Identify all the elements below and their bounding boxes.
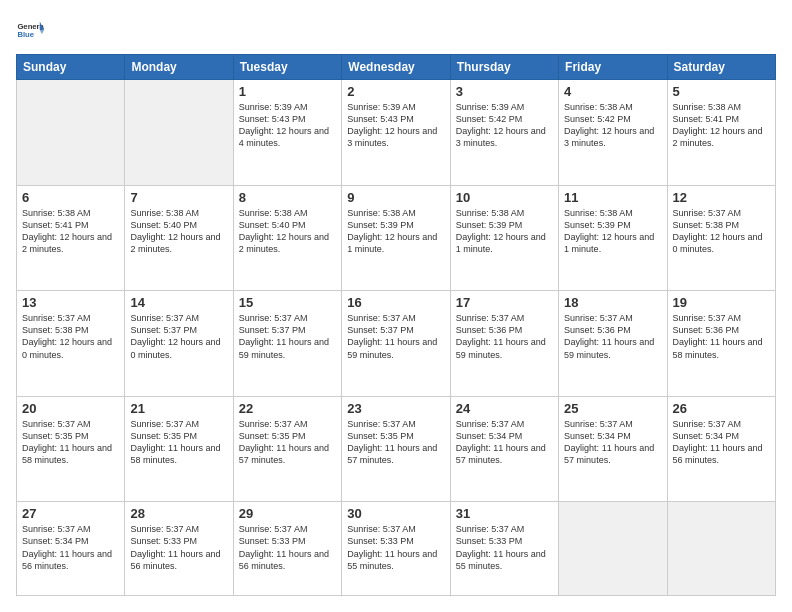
day-info: Sunrise: 5:37 AM Sunset: 5:35 PM Dayligh… xyxy=(347,418,444,467)
day-number: 20 xyxy=(22,401,119,416)
day-info: Sunrise: 5:37 AM Sunset: 5:35 PM Dayligh… xyxy=(239,418,336,467)
day-info: Sunrise: 5:37 AM Sunset: 5:33 PM Dayligh… xyxy=(347,523,444,572)
day-info: Sunrise: 5:37 AM Sunset: 5:33 PM Dayligh… xyxy=(130,523,227,572)
day-number: 13 xyxy=(22,295,119,310)
calendar-day-cell: 8Sunrise: 5:38 AM Sunset: 5:40 PM Daylig… xyxy=(233,185,341,291)
calendar-day-cell: 13Sunrise: 5:37 AM Sunset: 5:38 PM Dayli… xyxy=(17,291,125,397)
logo-icon: General Blue xyxy=(16,16,44,44)
calendar-day-cell: 2Sunrise: 5:39 AM Sunset: 5:43 PM Daylig… xyxy=(342,80,450,186)
day-info: Sunrise: 5:37 AM Sunset: 5:33 PM Dayligh… xyxy=(239,523,336,572)
day-number: 30 xyxy=(347,506,444,521)
calendar-day-cell: 24Sunrise: 5:37 AM Sunset: 5:34 PM Dayli… xyxy=(450,396,558,502)
day-number: 11 xyxy=(564,190,661,205)
calendar-day-cell: 25Sunrise: 5:37 AM Sunset: 5:34 PM Dayli… xyxy=(559,396,667,502)
day-info: Sunrise: 5:37 AM Sunset: 5:36 PM Dayligh… xyxy=(673,312,770,361)
calendar-table: SundayMondayTuesdayWednesdayThursdayFrid… xyxy=(16,54,776,596)
calendar-day-cell xyxy=(17,80,125,186)
calendar-day-cell: 29Sunrise: 5:37 AM Sunset: 5:33 PM Dayli… xyxy=(233,502,341,596)
calendar-day-cell xyxy=(125,80,233,186)
weekday-header: Thursday xyxy=(450,55,558,80)
day-number: 21 xyxy=(130,401,227,416)
day-info: Sunrise: 5:37 AM Sunset: 5:38 PM Dayligh… xyxy=(673,207,770,256)
day-info: Sunrise: 5:38 AM Sunset: 5:39 PM Dayligh… xyxy=(347,207,444,256)
day-info: Sunrise: 5:38 AM Sunset: 5:42 PM Dayligh… xyxy=(564,101,661,150)
day-number: 27 xyxy=(22,506,119,521)
day-info: Sunrise: 5:37 AM Sunset: 5:37 PM Dayligh… xyxy=(130,312,227,361)
logo: General Blue xyxy=(16,16,44,44)
day-number: 5 xyxy=(673,84,770,99)
day-info: Sunrise: 5:37 AM Sunset: 5:36 PM Dayligh… xyxy=(456,312,553,361)
day-number: 10 xyxy=(456,190,553,205)
day-info: Sunrise: 5:38 AM Sunset: 5:39 PM Dayligh… xyxy=(456,207,553,256)
day-info: Sunrise: 5:37 AM Sunset: 5:36 PM Dayligh… xyxy=(564,312,661,361)
day-number: 8 xyxy=(239,190,336,205)
weekday-header: Wednesday xyxy=(342,55,450,80)
day-info: Sunrise: 5:37 AM Sunset: 5:33 PM Dayligh… xyxy=(456,523,553,572)
calendar-day-cell: 1Sunrise: 5:39 AM Sunset: 5:43 PM Daylig… xyxy=(233,80,341,186)
calendar-week-row: 13Sunrise: 5:37 AM Sunset: 5:38 PM Dayli… xyxy=(17,291,776,397)
day-info: Sunrise: 5:37 AM Sunset: 5:35 PM Dayligh… xyxy=(130,418,227,467)
day-info: Sunrise: 5:39 AM Sunset: 5:42 PM Dayligh… xyxy=(456,101,553,150)
calendar-day-cell: 22Sunrise: 5:37 AM Sunset: 5:35 PM Dayli… xyxy=(233,396,341,502)
calendar-day-cell: 3Sunrise: 5:39 AM Sunset: 5:42 PM Daylig… xyxy=(450,80,558,186)
svg-text:Blue: Blue xyxy=(17,30,34,39)
day-info: Sunrise: 5:37 AM Sunset: 5:35 PM Dayligh… xyxy=(22,418,119,467)
day-number: 29 xyxy=(239,506,336,521)
calendar-day-cell: 26Sunrise: 5:37 AM Sunset: 5:34 PM Dayli… xyxy=(667,396,775,502)
calendar-day-cell: 9Sunrise: 5:38 AM Sunset: 5:39 PM Daylig… xyxy=(342,185,450,291)
calendar-week-row: 6Sunrise: 5:38 AM Sunset: 5:41 PM Daylig… xyxy=(17,185,776,291)
day-number: 15 xyxy=(239,295,336,310)
calendar-week-row: 27Sunrise: 5:37 AM Sunset: 5:34 PM Dayli… xyxy=(17,502,776,596)
day-number: 9 xyxy=(347,190,444,205)
day-info: Sunrise: 5:37 AM Sunset: 5:34 PM Dayligh… xyxy=(22,523,119,572)
calendar-day-cell: 6Sunrise: 5:38 AM Sunset: 5:41 PM Daylig… xyxy=(17,185,125,291)
calendar-day-cell: 18Sunrise: 5:37 AM Sunset: 5:36 PM Dayli… xyxy=(559,291,667,397)
day-info: Sunrise: 5:37 AM Sunset: 5:34 PM Dayligh… xyxy=(564,418,661,467)
day-number: 31 xyxy=(456,506,553,521)
day-number: 1 xyxy=(239,84,336,99)
calendar-day-cell: 10Sunrise: 5:38 AM Sunset: 5:39 PM Dayli… xyxy=(450,185,558,291)
weekday-header: Friday xyxy=(559,55,667,80)
day-info: Sunrise: 5:38 AM Sunset: 5:41 PM Dayligh… xyxy=(673,101,770,150)
day-info: Sunrise: 5:39 AM Sunset: 5:43 PM Dayligh… xyxy=(347,101,444,150)
calendar-day-cell: 27Sunrise: 5:37 AM Sunset: 5:34 PM Dayli… xyxy=(17,502,125,596)
day-number: 3 xyxy=(456,84,553,99)
day-number: 23 xyxy=(347,401,444,416)
day-number: 4 xyxy=(564,84,661,99)
day-number: 22 xyxy=(239,401,336,416)
day-number: 25 xyxy=(564,401,661,416)
day-number: 17 xyxy=(456,295,553,310)
day-number: 16 xyxy=(347,295,444,310)
calendar-day-cell: 19Sunrise: 5:37 AM Sunset: 5:36 PM Dayli… xyxy=(667,291,775,397)
day-info: Sunrise: 5:37 AM Sunset: 5:37 PM Dayligh… xyxy=(347,312,444,361)
day-number: 24 xyxy=(456,401,553,416)
calendar-header-row: SundayMondayTuesdayWednesdayThursdayFrid… xyxy=(17,55,776,80)
day-info: Sunrise: 5:37 AM Sunset: 5:37 PM Dayligh… xyxy=(239,312,336,361)
header: General Blue xyxy=(16,16,776,44)
calendar-day-cell: 16Sunrise: 5:37 AM Sunset: 5:37 PM Dayli… xyxy=(342,291,450,397)
day-info: Sunrise: 5:38 AM Sunset: 5:40 PM Dayligh… xyxy=(130,207,227,256)
day-number: 12 xyxy=(673,190,770,205)
day-info: Sunrise: 5:37 AM Sunset: 5:34 PM Dayligh… xyxy=(673,418,770,467)
weekday-header: Saturday xyxy=(667,55,775,80)
calendar-week-row: 1Sunrise: 5:39 AM Sunset: 5:43 PM Daylig… xyxy=(17,80,776,186)
day-number: 19 xyxy=(673,295,770,310)
calendar-day-cell: 5Sunrise: 5:38 AM Sunset: 5:41 PM Daylig… xyxy=(667,80,775,186)
calendar-day-cell: 7Sunrise: 5:38 AM Sunset: 5:40 PM Daylig… xyxy=(125,185,233,291)
weekday-header: Sunday xyxy=(17,55,125,80)
calendar-day-cell xyxy=(559,502,667,596)
day-info: Sunrise: 5:38 AM Sunset: 5:40 PM Dayligh… xyxy=(239,207,336,256)
calendar-day-cell: 21Sunrise: 5:37 AM Sunset: 5:35 PM Dayli… xyxy=(125,396,233,502)
weekday-header: Tuesday xyxy=(233,55,341,80)
calendar-day-cell: 28Sunrise: 5:37 AM Sunset: 5:33 PM Dayli… xyxy=(125,502,233,596)
day-number: 18 xyxy=(564,295,661,310)
day-number: 14 xyxy=(130,295,227,310)
calendar-day-cell: 12Sunrise: 5:37 AM Sunset: 5:38 PM Dayli… xyxy=(667,185,775,291)
calendar-day-cell: 30Sunrise: 5:37 AM Sunset: 5:33 PM Dayli… xyxy=(342,502,450,596)
calendar-day-cell: 20Sunrise: 5:37 AM Sunset: 5:35 PM Dayli… xyxy=(17,396,125,502)
calendar-day-cell xyxy=(667,502,775,596)
day-info: Sunrise: 5:37 AM Sunset: 5:38 PM Dayligh… xyxy=(22,312,119,361)
calendar-day-cell: 15Sunrise: 5:37 AM Sunset: 5:37 PM Dayli… xyxy=(233,291,341,397)
day-number: 7 xyxy=(130,190,227,205)
day-number: 6 xyxy=(22,190,119,205)
